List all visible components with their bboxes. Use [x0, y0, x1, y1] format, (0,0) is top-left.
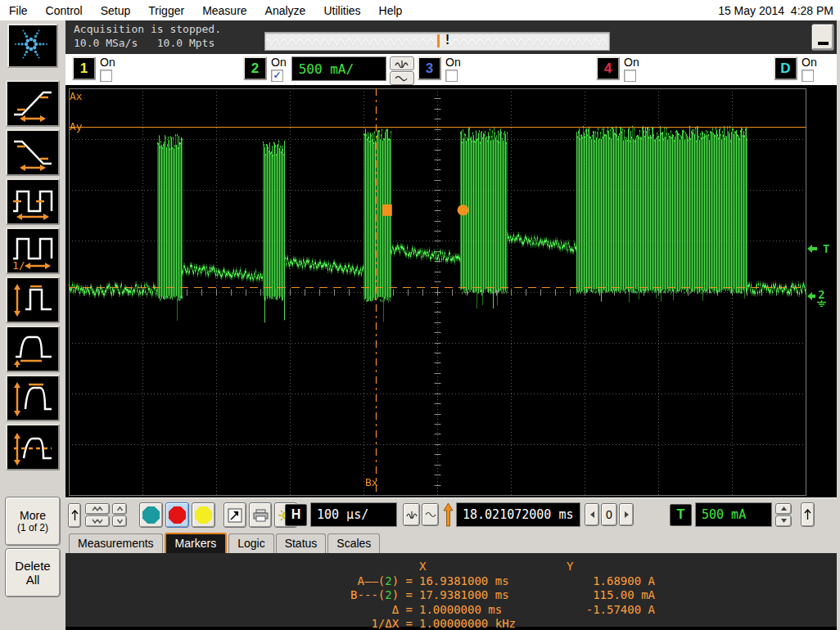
minimize-button[interactable]: [811, 24, 834, 51]
datetime-display: 15 May 2014 4:28 PM: [718, 4, 840, 17]
up-arrow-icon: [71, 510, 79, 521]
frequency-icon: 1/: [11, 232, 55, 270]
delay-display[interactable]: 18.021072000 ms: [456, 502, 580, 527]
ground-channel-label: 2: [818, 290, 824, 300]
tab-status[interactable]: Status: [276, 533, 327, 553]
timebase-display[interactable]: 100 µs/: [310, 502, 397, 527]
tab-markers[interactable]: Markers: [165, 533, 228, 554]
overview-trigger-marker[interactable]: [437, 34, 440, 47]
channel-digital-on-label: On: [802, 56, 817, 69]
scroll-up-button[interactable]: [68, 503, 81, 528]
maximum-icon: [11, 380, 55, 417]
measure-frequency-button[interactable]: 1/: [6, 227, 60, 274]
trigger-position-icon: [443, 502, 454, 527]
delay-right-button[interactable]: [619, 503, 634, 526]
cursor-yellow-button[interactable]: [192, 502, 215, 528]
teal-octagon-icon: [142, 506, 160, 524]
tab-scales[interactable]: Scales: [327, 533, 380, 553]
readout-col-x: X: [413, 560, 565, 574]
channel-2-ground-indicator[interactable]: 2: [807, 290, 827, 307]
channel-4-on-checkbox[interactable]: [624, 70, 636, 82]
ground-symbol-icon: [816, 300, 827, 307]
more-count: (1 of 2): [17, 522, 48, 533]
waveform-display[interactable]: Ax Ay Bx T 2: [65, 85, 840, 497]
overview-alert: !: [444, 33, 451, 47]
average-icon: [11, 429, 55, 466]
printer-icon: [253, 509, 269, 522]
channel-2-on-checkbox[interactable]: ✓: [271, 70, 283, 82]
measure-amplitude-button[interactable]: [6, 277, 60, 323]
svg-text:1/: 1/: [12, 259, 25, 270]
channel-digital-button[interactable]: D: [774, 56, 797, 80]
delta-x-value: 1.0000000 ms: [413, 603, 565, 618]
trigger-label: T: [823, 242, 829, 255]
channel-4-group: 4 On: [596, 56, 639, 82]
channel-2-coupling-button[interactable]: [390, 71, 414, 85]
channel-digital-on-checkbox[interactable]: [802, 70, 814, 82]
trigger-level-up-button[interactable]: [775, 503, 792, 515]
trigger-level-display[interactable]: 500 mA: [695, 502, 772, 527]
delete-all-label-1: Delete: [15, 559, 50, 573]
fine-decrement-button[interactable]: [112, 515, 127, 527]
menu-analyze[interactable]: Analyze: [256, 0, 315, 20]
measure-maximum-button[interactable]: [6, 375, 60, 421]
channel-4-button[interactable]: 4: [596, 56, 620, 80]
timebase-vernier-button[interactable]: [403, 503, 420, 526]
menu-file[interactable]: File: [0, 0, 37, 20]
cursor-red-button[interactable]: [165, 502, 189, 528]
measure-average-button[interactable]: [6, 424, 60, 470]
tab-measurements[interactable]: Measurements: [69, 533, 163, 553]
trigger-level-down-button[interactable]: [775, 515, 792, 527]
more-button[interactable]: More (1 of 2): [5, 497, 61, 546]
measure-rise-time-button[interactable]: [6, 80, 60, 127]
coarse-increment-button[interactable]: [85, 503, 110, 515]
measure-pulse-width-button[interactable]: [6, 178, 60, 225]
acquisition-overview-bar[interactable]: !: [264, 32, 610, 51]
channel-3-on-checkbox[interactable]: [445, 70, 458, 82]
channel-2-group: 2 On ✓ 500 mA/: [243, 56, 414, 85]
tab-logic[interactable]: Logic: [228, 533, 273, 553]
up-triangle-icon: [780, 506, 788, 511]
print-button[interactable]: [249, 502, 272, 528]
minimum-icon: [11, 331, 55, 368]
channel-2-fine-scale-button[interactable]: [390, 56, 414, 70]
trigger-level-indicator[interactable]: T: [807, 242, 829, 255]
main-area: Acquisition is stopped. 10.0 MSa/s 10.0 …: [65, 20, 840, 630]
delay-left-button[interactable]: [585, 503, 599, 526]
cursor-teal-button[interactable]: [139, 502, 163, 528]
channel-2-button[interactable]: 2: [243, 56, 267, 80]
inverse-delta-x-value: 1.00000000 kHz: [413, 617, 565, 630]
waveform-canvas[interactable]: [65, 85, 840, 497]
readout-col-y: Y: [565, 560, 655, 574]
overview-waveform-icon: [265, 33, 607, 48]
channel-3-button[interactable]: 3: [418, 56, 441, 80]
measure-minimum-button[interactable]: [6, 326, 60, 372]
delete-all-button[interactable]: Delete All: [5, 548, 61, 597]
fine-increment-button[interactable]: [112, 503, 127, 515]
menu-trigger[interactable]: Trigger: [139, 0, 193, 20]
menu-measure[interactable]: Measure: [193, 0, 255, 20]
menu-setup[interactable]: Setup: [92, 0, 140, 20]
trigger-menu-button[interactable]: T: [670, 504, 692, 526]
readout-row-inverse-delta: 1/ΔX = 1.00000000 kHz: [65, 617, 840, 630]
agilent-logo-button[interactable]: [7, 24, 58, 68]
chevron-down-icon: [116, 518, 124, 524]
measure-fall-time-button[interactable]: [6, 129, 60, 176]
delay-zero-button[interactable]: 0: [601, 503, 617, 526]
channel-1-button[interactable]: 1: [72, 56, 96, 80]
timebase-mode-button[interactable]: [422, 503, 439, 526]
coarse-decrement-button[interactable]: [85, 515, 110, 527]
horizontal-menu-button[interactable]: H: [285, 504, 307, 526]
channel-controls-row: 1 On 2 On ✓ 500 mA/ 3 On: [65, 54, 840, 85]
channel-4-on-label: On: [624, 56, 639, 69]
left-triangle-icon: [589, 511, 595, 519]
menu-control[interactable]: Control: [37, 0, 92, 20]
pan-zoom-button[interactable]: [224, 502, 246, 528]
menu-help[interactable]: Help: [370, 0, 412, 20]
channel-1-on-checkbox[interactable]: [100, 70, 112, 82]
menu-utilities[interactable]: Utilities: [314, 0, 369, 20]
agilent-logo-icon: [9, 25, 53, 63]
channel-2-scale-display[interactable]: 500 mA/: [291, 56, 386, 81]
readout-row-b: B---(2) = 17.9381000 ms 115.00 mA: [65, 588, 840, 603]
trigger-scroll-up-button[interactable]: [801, 502, 815, 527]
